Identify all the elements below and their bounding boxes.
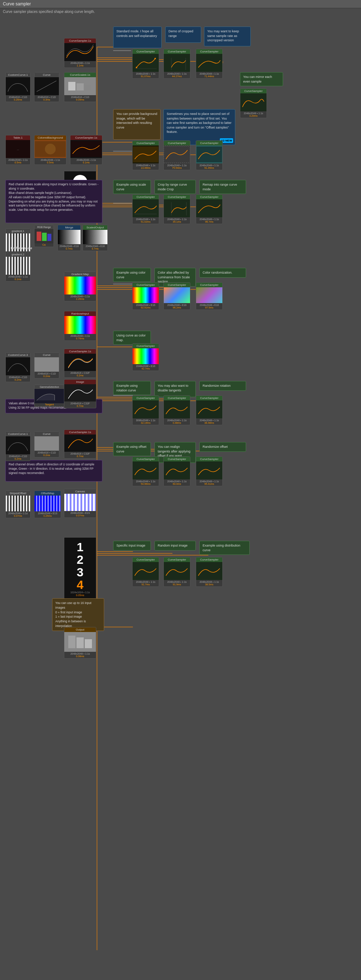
- node-output-1[interactable]: CurveSampler 2048x2048 • 1:1s 91.07ms: [132, 49, 159, 79]
- node-scale-out-2[interactable]: CurveSampler 2048x2048 • 1:1s 35.1ms: [164, 194, 190, 224]
- node-image-rot[interactable]: Image 2048x616 • C32F 0.7ms: [64, 379, 96, 408]
- node-uniform-scale-label: Uniform scale: [11, 247, 32, 250]
- num-4: 4: [77, 579, 84, 591]
- node-curve-sampler-main[interactable]: CurveSampler.1s 2048x2048 • 1:1s 1.1ms: [64, 38, 96, 68]
- node-scale-out-3[interactable]: CurveSampler 2048x2048 • 1:1s 96.7ms: [196, 194, 223, 224]
- info-example-using-scale: Example using scale curve: [113, 180, 151, 194]
- node-rot-out-3[interactable]: CurveSampler 2048x2048 • 1:1s 38.48ms: [196, 395, 223, 425]
- info-disable-tangents: You may also want to disable tangents: [154, 381, 196, 397]
- info-random-input-image: Random input image: [154, 541, 196, 550]
- info-crop-range-mode: Crop by range curve mode Crop: [154, 180, 196, 194]
- info-red-channel-offset: Red channel drives offset in direction o…: [5, 460, 102, 482]
- svg-rect-7: [85, 85, 91, 91]
- info-same-sample-rate: You may want to keep same sample rate as…: [204, 27, 251, 46]
- info-color-randomization: Color randomization.: [199, 268, 246, 278]
- node-curve-mask[interactable]: Curve 2048x616 • C1D 0.3ms: [34, 72, 59, 102]
- node-dist-out-1[interactable]: CurveSampler 2048x2048 • 1:1s 91.7ms: [132, 557, 159, 587]
- node-dist-out-3[interactable]: CurveSampler 2048x2048 • 1:1s 38.5ms: [196, 557, 223, 587]
- node-gradient-2[interactable]: gradient.2 2048x2048 • 1:1s 0.1ms: [5, 252, 30, 282]
- node-offset-out-2[interactable]: CurveSampler 2048x2048 • 1:1s 60.0ms: [164, 457, 190, 486]
- num-1: 1: [77, 541, 84, 553]
- node-table-1[interactable]: Table.1 ... 2048x2048 • 1:1s 0.5ms: [5, 135, 30, 165]
- node-color-out-3[interactable]: CurveSampler 2048x2048 • E16 97.5ms: [196, 282, 223, 310]
- info-16-images: You can use up to 16 input images 0 = fi…: [52, 598, 104, 631]
- node-offset-out-1[interactable]: CurveSampler 2048x2048 • 1:1s 54.96ms: [132, 457, 159, 486]
- svg-rect-10: [71, 141, 102, 157]
- num-time: 0.05ms: [76, 594, 84, 597]
- svg-rect-17: [42, 233, 47, 241]
- info-distribution-curve: Example using distribution curve: [199, 541, 250, 555]
- node-color-out-2[interactable]: CurveSampler 2048x2048 • E16 96.2ms: [164, 282, 190, 310]
- node-offset-blue-stripes[interactable]: OffsetMap 2048x2048 • E1S 0.25ms: [34, 490, 61, 518]
- number-display: 1 2 3 4 1024x1024 • 1:1s 0.05ms: [64, 537, 96, 600]
- node-color-out-1[interactable]: CurveSampler 2048x2048 • E16 92.91ms: [132, 282, 159, 310]
- node-rot-out-2[interactable]: CurveSampler 2048x2048 • 1:1s 0.48ms: [164, 395, 190, 425]
- node-curve-sampler-bg[interactable]: CurveSampler.1s 2048x2048 • 1:1s 0.1ms: [70, 135, 102, 165]
- node-mirror-output[interactable]: CurveSampler 2048x2048 • 1:1s 3.20ms: [240, 88, 267, 118]
- node-offset-stripes[interactable]: StripedOffset 2048x2048 • 1:1s 0.07ms: [5, 490, 30, 518]
- info-standard-mode: Standard mode. I hope all controls are s…: [113, 27, 162, 48]
- svg-point-9: [45, 144, 56, 154]
- node-custom-curve-1[interactable]: CustomCurve.1 2048x616 • C1D 0.26ms: [5, 72, 30, 102]
- info-red-channel-scale: Red chanel drives scale along Input imag…: [5, 180, 102, 223]
- svg-rect-6: [76, 83, 84, 91]
- node-gamma-sel[interactable]: GammaSelection Tangent: [34, 385, 65, 407]
- node-scale-process-1[interactable]: RGB Range Ca: [34, 225, 54, 247]
- info-second-set-samples: Sometimes you need to place second set o…: [164, 109, 235, 145]
- svg-rect-12: [164, 146, 190, 162]
- node-custom-curve-offset[interactable]: CustomCurve.1 2048x616 • C1D 0.2ms: [5, 431, 30, 461]
- node-merge-scale[interactable]: Merge 2048x2048 • E16 0.7ms: [57, 225, 81, 251]
- info-demo-cropped: Demo of cropped range: [165, 27, 201, 43]
- node-bg-output-1[interactable]: CurveSampler 2048x2048 • 1:1s 13.49ms: [132, 140, 159, 170]
- num-3: 3: [77, 566, 84, 578]
- svg-rect-26: [68, 636, 75, 648]
- info-example-color-curve: Example using color curve: [113, 268, 151, 282]
- svg-rect-5: [68, 82, 75, 91]
- info-specific-input-image: Specific input image: [113, 541, 151, 550]
- node-bg-output-3[interactable]: CurveSampler 2048x2048 • 1:1s 91.45ms: [196, 140, 223, 170]
- node-dist-out-2[interactable]: CurveSampler 2048x2048 • 1:1s 91.9ms: [164, 557, 190, 587]
- node-curve-offset-2[interactable]: Curve 2048x616 • C1D 0.2ms: [34, 431, 59, 458]
- node-colormap-output[interactable]: CurveSampler 2048x2048 • E16 42.7ms: [132, 343, 159, 371]
- node-offset-canvas[interactable]: Canvas 2048x2048 • E1S 0.07ms: [64, 489, 96, 518]
- info-background-image: You can provide background image, which …: [113, 109, 161, 140]
- node-output-2[interactable]: CurveSampler 2048x2048 • 1:1s 44.27ms: [164, 49, 190, 79]
- svg-rect-21: [65, 354, 95, 371]
- node-sampler-offset[interactable]: CurveSampler.1s 2048x616 • C32F 0.7ms: [64, 430, 96, 458]
- info-randomize-offset: Randomize offset: [199, 442, 246, 452]
- node-curve-sampler-rot-1[interactable]: CustomCurve.3 2048x616 • C1D 0.2ms: [5, 352, 30, 382]
- svg-rect-27: [76, 637, 84, 648]
- svg-rect-13: [197, 146, 222, 162]
- canvas-area: Standard mode. I hope all controls are s…: [0, 16, 361, 980]
- num-2: 2: [77, 554, 84, 566]
- node-curve-rot[interactable]: Curve 2048x616 • C1D 0.2ms: [34, 352, 59, 379]
- svg-point-1: [136, 67, 137, 68]
- info-randomize-rotation: Randomize rotation: [199, 381, 246, 391]
- node-final-output[interactable]: Output 2048x2048 • 1:1s 0.08ms: [64, 627, 96, 659]
- node-rot-out-1[interactable]: CurveSampler 3096x2048 • 1:1s 32.19ms: [132, 395, 159, 425]
- svg-point-2: [154, 58, 156, 59]
- node-offset-out-3[interactable]: CurveSampler 2048x2048 • 1:1s 95.41ms: [196, 457, 223, 486]
- num-label: 1024x1024 • 1:1s: [70, 591, 90, 593]
- node-scale-output-group[interactable]: ScaledOutput 2048x2048 • E16 0.7ms: [83, 225, 108, 251]
- node-bg-output-2[interactable]: CurveSampler 2048x2048 • 1:1s 75.54ms: [164, 140, 190, 170]
- node-rainbow-input[interactable]: RainbowInput 2048x2048 • 1:1s 0.78ms: [64, 311, 96, 341]
- info-offset-curve: Example using offset curve: [113, 442, 151, 456]
- info-remap-range-mode: Remap into range curve mode: [199, 180, 246, 194]
- info-rotation-curve: Example using rotation curve: [113, 381, 151, 395]
- svg-rect-24: [65, 434, 95, 452]
- node-curve-sampler-small[interactable]: CurveScaled.1s 2048x616 • C1D 0.09ms: [64, 72, 96, 102]
- info-mirror: You can mirror each even sample: [240, 72, 283, 86]
- node-gradient-map[interactable]: Gradient Map 2048x2048 • 1:1s 2.26ms: [64, 272, 96, 301]
- svg-rect-28: [85, 639, 92, 648]
- svg-rect-16: [37, 232, 41, 241]
- node-background-node[interactable]: ColoredBackground 2048x2048 • 1:1s 0.5ms: [34, 135, 67, 165]
- svg-rect-23: [65, 384, 95, 401]
- info-using-color-map: Using curve as color map.: [113, 331, 151, 345]
- node-scale-out-1[interactable]: CurveSampler 2048x2048 • 1:1s 51.02ms: [132, 194, 159, 224]
- node-output-3[interactable]: CurveSampler 2048x2048 • 1:1s 71.44ms: [196, 49, 223, 79]
- app-subtitle: Curve sampler places specified shape alo…: [0, 8, 361, 16]
- node-sampler-rot-main[interactable]: CurveSampler.1s 2048x616 • C32F 0.2ms: [64, 349, 96, 378]
- app-title: Curve sampler: [0, 0, 361, 8]
- svg-rect-18: [48, 234, 51, 241]
